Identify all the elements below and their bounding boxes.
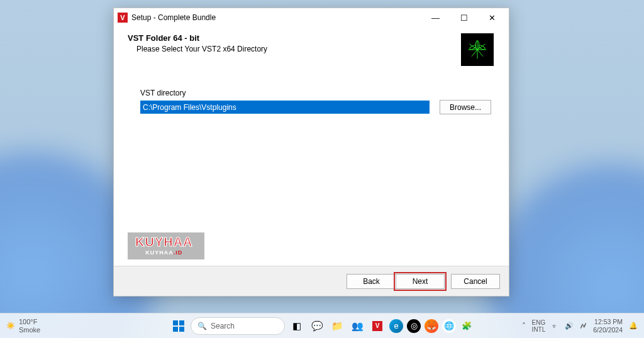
watermark-text: KUYHAA bbox=[135, 235, 193, 249]
wifi-icon[interactable]: ᯤ bbox=[552, 322, 558, 330]
taskbar[interactable]: ☀️ 100°F Smoke 🔍 Search ◧ 💬 📁 👥 V e ◎ 🦊 … bbox=[0, 313, 644, 338]
wizard-banner-image bbox=[461, 33, 494, 66]
system-tray: ˄ ENGINTL ᯤ 🔊 🗲 12:53 PM 6/20/2024 🔔 bbox=[522, 318, 638, 334]
wizard-footer: Back Next Cancel bbox=[114, 266, 509, 296]
app-icon: V bbox=[118, 13, 128, 23]
clock[interactable]: 12:53 PM 6/20/2024 bbox=[593, 318, 623, 334]
directory-label: VST directory bbox=[140, 89, 491, 97]
next-button[interactable]: Next bbox=[396, 274, 445, 289]
svg-rect-6 bbox=[179, 327, 184, 332]
start-button[interactable] bbox=[170, 318, 187, 334]
notifications-icon[interactable]: 🔔 bbox=[629, 322, 638, 330]
app-icon-misc[interactable]: 🧩 bbox=[460, 319, 474, 333]
language-indicator[interactable]: ENGINTL bbox=[532, 319, 546, 333]
wizard-header: VST Folder 64 - bit Please Select Your V… bbox=[114, 27, 509, 70]
dell-icon[interactable]: ◎ bbox=[407, 319, 421, 333]
explorer-icon[interactable]: 📁 bbox=[329, 318, 345, 334]
chat-icon[interactable]: 💬 bbox=[309, 318, 325, 334]
teams-icon[interactable]: 👥 bbox=[349, 318, 365, 334]
taskbar-search[interactable]: 🔍 Search bbox=[191, 317, 285, 335]
edge-icon[interactable]: e bbox=[389, 319, 403, 333]
window-title: Setup - Complete Bundle bbox=[131, 13, 421, 22]
watermark-subtext: KUYHAA.ID bbox=[135, 249, 193, 256]
battery-icon[interactable]: 🗲 bbox=[580, 322, 587, 330]
back-button[interactable]: Back bbox=[347, 274, 396, 289]
weather-condition: Smoke bbox=[19, 326, 40, 334]
titlebar[interactable]: V Setup - Complete Bundle — ☐ ✕ bbox=[114, 8, 509, 27]
svg-rect-5 bbox=[173, 327, 178, 332]
task-view-button[interactable]: ◧ bbox=[289, 318, 305, 334]
directory-input[interactable] bbox=[140, 101, 430, 114]
setup-window: V Setup - Complete Bundle — ☐ ✕ VST Fold… bbox=[113, 8, 509, 297]
svg-rect-4 bbox=[179, 320, 184, 325]
page-subtitle: Please Select Your VST2 x64 Directory bbox=[136, 45, 461, 53]
search-icon: 🔍 bbox=[197, 322, 207, 330]
leaf-icon bbox=[466, 38, 489, 61]
close-button[interactable]: ✕ bbox=[478, 9, 506, 26]
desktop-bloom-right bbox=[487, 162, 644, 338]
weather-temp: 100°F bbox=[19, 318, 40, 325]
installer-taskbar-icon[interactable]: V bbox=[369, 318, 386, 334]
firefox-icon[interactable]: 🦊 bbox=[425, 319, 438, 333]
weather-widget[interactable]: ☀️ 100°F Smoke bbox=[6, 318, 40, 333]
taskbar-center: 🔍 Search ◧ 💬 📁 👥 V e ◎ 🦊 🌐 🧩 bbox=[170, 317, 474, 335]
browse-button[interactable]: Browse... bbox=[440, 100, 491, 114]
watermark: KUYHAA KUYHAA.ID bbox=[128, 232, 204, 259]
cancel-button[interactable]: Cancel bbox=[451, 274, 500, 289]
search-placeholder: Search bbox=[211, 322, 235, 330]
page-title: VST Folder 64 - bit bbox=[128, 33, 461, 43]
maximize-button[interactable]: ☐ bbox=[450, 9, 478, 26]
weather-icon: ☀️ bbox=[6, 322, 15, 329]
volume-icon[interactable]: 🔊 bbox=[565, 322, 574, 330]
svg-rect-3 bbox=[173, 320, 178, 325]
minimize-button[interactable]: — bbox=[421, 9, 450, 26]
tray-overflow-icon[interactable]: ˄ bbox=[522, 322, 526, 330]
chrome-icon[interactable]: 🌐 bbox=[442, 319, 456, 333]
